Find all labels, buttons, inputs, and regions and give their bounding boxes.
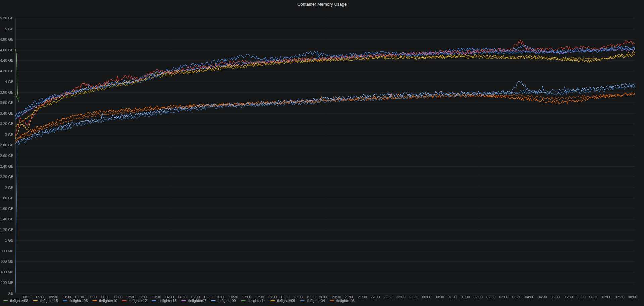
- x-axis-label: 00:30: [435, 295, 444, 299]
- legend-series-name: tiefighter14: [248, 299, 266, 303]
- legend-series-name: tiefighter15: [40, 299, 58, 303]
- legend-item[interactable]: tiefighter07: [181, 299, 206, 303]
- x-axis-label: 01:30: [461, 295, 470, 299]
- x-axis-label: 22:30: [383, 295, 393, 299]
- series-color-swatch: [63, 300, 67, 301]
- y-axis-label: 3 GB: [0, 133, 13, 137]
- y-axis-label: 5.20 GB: [0, 16, 13, 20]
- y-axis-label: 2.60 GB: [0, 154, 13, 158]
- legend-item[interactable]: tiefighter08: [3, 299, 28, 303]
- x-axis-label: 07:00: [602, 295, 611, 299]
- chart-canvas[interactable]: [0, 0, 644, 306]
- legend-item[interactable]: tiefighter09: [270, 299, 295, 303]
- y-axis-label: 4.20 GB: [0, 69, 13, 73]
- legend-item[interactable]: tiefighter10: [92, 299, 117, 303]
- y-axis-label: 1.20 GB: [0, 228, 13, 232]
- x-axis-label: 07:30: [615, 295, 624, 299]
- x-axis-label: 08:00: [628, 295, 637, 299]
- legend-item[interactable]: tiefighter04: [300, 299, 325, 303]
- legend-item[interactable]: tiefighter12: [122, 299, 147, 303]
- y-axis-label: 0 B: [0, 291, 13, 295]
- y-axis-label: 2 GB: [0, 186, 13, 190]
- y-axis-label: 2.80 GB: [0, 143, 13, 147]
- series-color-swatch: [92, 300, 97, 301]
- y-axis-label: 5 GB: [0, 27, 13, 31]
- legend-series-name: tiefighter12: [129, 299, 147, 303]
- legend-series-name: tiefighter09: [218, 299, 236, 303]
- y-axis-label: 4 GB: [0, 80, 13, 84]
- x-axis-label: 14:30: [177, 295, 187, 299]
- y-axis-label: 1.60 GB: [0, 207, 13, 211]
- y-axis-label: 400 MB: [0, 270, 13, 274]
- series-color-swatch: [330, 300, 334, 301]
- x-axis-label: 04:00: [525, 295, 534, 299]
- legend-series-name: tiefighter05: [69, 299, 88, 303]
- legend-item[interactable]: tiefighter05: [63, 299, 88, 303]
- series-color-swatch: [122, 300, 127, 301]
- y-axis-label: 2.20 GB: [0, 175, 13, 179]
- x-axis-label: 02:30: [486, 295, 496, 299]
- series-color-swatch: [33, 300, 38, 301]
- y-axis-label: 1.40 GB: [0, 217, 13, 221]
- grafana-panel: Container Memory Usage 5.20 GB5 GB4.80 G…: [0, 0, 644, 306]
- x-axis-label: 23:30: [409, 295, 419, 299]
- y-axis-label: 1 GB: [0, 238, 13, 242]
- legend-series-name: tiefighter15: [158, 299, 176, 303]
- legend-item[interactable]: tiefighter15: [152, 299, 176, 303]
- series-color-swatch: [3, 300, 8, 301]
- legend-series-name: tiefighter06: [336, 299, 355, 303]
- x-axis-label: 18:00: [268, 295, 277, 299]
- y-axis-label: 3.80 GB: [0, 90, 13, 94]
- x-axis-label: 03:30: [512, 295, 522, 299]
- legend: tiefighter08tiefighter15tiefighter05tief…: [3, 299, 355, 303]
- x-axis-label: 05:00: [551, 295, 560, 299]
- series-color-swatch: [181, 300, 186, 301]
- legend-series-name: tiefighter04: [307, 299, 325, 303]
- x-axis-label: 06:30: [589, 295, 599, 299]
- x-axis-label: 11:00: [88, 295, 97, 299]
- x-axis-label: 02:00: [474, 295, 483, 299]
- legend-series-name: tiefighter07: [188, 299, 206, 303]
- legend-series-name: tiefighter09: [277, 299, 295, 303]
- legend-series-name: tiefighter10: [99, 299, 117, 303]
- series-color-swatch: [211, 300, 216, 301]
- y-axis-label: 3.40 GB: [0, 111, 13, 115]
- x-axis-label: 04:30: [538, 295, 547, 299]
- x-axis-label: 06:00: [576, 295, 586, 299]
- series-color-swatch: [300, 300, 305, 301]
- x-axis-label: 23:00: [396, 295, 406, 299]
- y-axis-label: 3.60 GB: [0, 101, 13, 105]
- legend-series-name: tiefighter08: [10, 299, 28, 303]
- legend-item[interactable]: tiefighter14: [241, 299, 266, 303]
- legend-item[interactable]: tiefighter15: [33, 299, 58, 303]
- x-axis-label: 00:00: [422, 295, 431, 299]
- y-axis-label: 4.40 GB: [0, 58, 13, 62]
- x-axis-label: 22:00: [371, 295, 380, 299]
- y-axis-label: 4.60 GB: [0, 48, 13, 52]
- x-axis-label: 05:30: [564, 295, 573, 299]
- x-axis-label: 01:00: [448, 295, 457, 299]
- y-axis-label: 1.80 GB: [0, 196, 13, 200]
- series-color-swatch: [270, 300, 275, 301]
- series-color-swatch: [152, 300, 156, 301]
- x-axis-label: 21:30: [358, 295, 367, 299]
- y-axis-label: 600 MB: [0, 259, 13, 263]
- x-axis-label: 03:00: [499, 295, 508, 299]
- y-axis-label: 2.40 GB: [0, 164, 13, 168]
- legend-item[interactable]: tiefighter09: [211, 299, 236, 303]
- y-axis-label: 4.80 GB: [0, 37, 13, 41]
- y-axis-label: 800 MB: [0, 249, 13, 253]
- y-axis-label: 3.20 GB: [0, 122, 13, 126]
- legend-item[interactable]: tiefighter06: [330, 299, 355, 303]
- series-color-swatch: [241, 300, 246, 301]
- y-axis-label: 200 MB: [0, 280, 13, 285]
